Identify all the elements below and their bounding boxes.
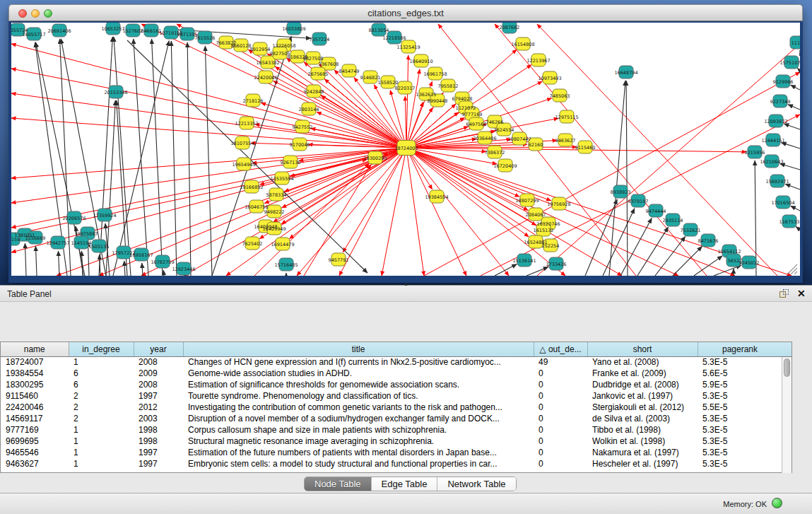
graph-node-label: 15716485 — [274, 262, 298, 268]
table-cell: 5.9E-5 — [698, 379, 782, 390]
graph-node-label: 16914479 — [271, 242, 294, 247]
table-row[interactable]: 1872400712008Changes of HCN gene express… — [1, 356, 782, 368]
table-cell: 1997 — [134, 447, 183, 458]
memory-status-indicator[interactable] — [772, 498, 782, 508]
tab-node-table[interactable]: Node Table — [305, 477, 372, 491]
graph-node-label: 16409949 — [262, 226, 286, 232]
graph-node-label: 8454749 — [339, 69, 360, 74]
graph-node-label: 12093872 — [764, 119, 787, 124]
graph-node-label: 9242848 — [304, 89, 324, 95]
table-cell: 18300295 — [1, 379, 69, 390]
table-cell: 2003 — [134, 413, 183, 424]
graph-node-label: 8215956 — [745, 150, 765, 156]
table-cell: 5.5E-5 — [698, 402, 782, 413]
graph-node-label: 5878334 — [266, 192, 287, 198]
table-cell: 2009 — [134, 368, 183, 379]
status-bar: Memory: OK — [0, 493, 812, 514]
node-attribute-table[interactable]: namein_degreeyeartitle△ out_de...shortpa… — [0, 341, 792, 473]
network-canvas[interactable]: 7663822866012889129541654338213226058982… — [11, 23, 800, 276]
window-titlebar[interactable]: citations_edges.txt — [8, 4, 803, 21]
graph-node-label: 15692971 — [765, 179, 789, 185]
table-cell: 2008 — [134, 379, 183, 390]
graph-node-label: 746266 — [486, 119, 504, 125]
table-row[interactable]: 2242004622012Investigating the contribut… — [1, 402, 782, 413]
resize-grip[interactable] — [787, 264, 797, 274]
table-cell: Embryonic stem cells: a model to study s… — [183, 458, 534, 469]
graph-node-label: 11325419 — [396, 45, 420, 50]
column-header-short[interactable]: short — [587, 342, 698, 356]
table-row[interactable]: 1456911722003Disruption of a novel membe… — [1, 413, 782, 424]
graph-node-label: 39159 — [11, 237, 20, 243]
graph-node-label: 3624554 — [494, 127, 514, 133]
table-row[interactable]: 977716911998Corpus callosum shape and si… — [1, 424, 782, 436]
graph-node-label: 8813054 — [369, 28, 389, 33]
table-row[interactable]: 911546021997Tourette syndrome. Phenomeno… — [1, 390, 782, 402]
node-table-body: 1872400712008Changes of HCN gene express… — [1, 356, 782, 469]
graph-node-label: 16961758 — [423, 71, 447, 77]
table-row[interactable]: 969969511998Structural magnetic resonanc… — [1, 436, 782, 447]
table-row[interactable]: 1830029562008Estimation of significance … — [1, 379, 782, 390]
graph-node-label: 16543382 — [256, 60, 279, 66]
table-cell: 5.3E-5 — [698, 458, 782, 469]
graph-node-label: 2935114 — [663, 218, 683, 223]
graph-node-label: 16154808 — [511, 42, 534, 47]
graph-node-label: 9427552 — [293, 124, 313, 130]
table-cell: 5.3E-5 — [698, 390, 782, 402]
table-cell: 0 — [534, 390, 587, 402]
table-row[interactable]: 946554611997Estimation of the future num… — [1, 447, 782, 458]
table-cell: Wolkin et al. (1998) — [587, 436, 698, 447]
graph-node-label: 16782759 — [151, 259, 174, 265]
graph-node-label: 16648794 — [614, 70, 637, 76]
table-row[interactable]: 946362711997Embryonic stem cells: a mode… — [1, 458, 782, 469]
graph-node-label: 7625402 — [242, 241, 263, 247]
table-cell: 1997 — [134, 458, 183, 469]
graph-node-label: 1558520 — [378, 80, 399, 86]
column-header-year[interactable]: year — [134, 342, 183, 356]
column-header-pagerank[interactable]: pagerank — [698, 342, 782, 356]
graph-node-label: 16033809 — [282, 26, 305, 32]
table-cell: 6 — [69, 379, 134, 390]
graph-node-label: 6466161 — [141, 28, 162, 34]
split-pane-handle[interactable]: ▲ — [404, 281, 408, 286]
graph-node-label: 5652 — [728, 258, 740, 264]
table-row[interactable]: 1938455462009Genome-wide association stu… — [1, 368, 782, 379]
table-cell: 2 — [69, 390, 134, 402]
table-panel-body: f(x) citations_edges.txt ▲▼ namein_degre… — [0, 303, 812, 493]
tab-edge-table[interactable]: Edge Table — [372, 477, 438, 491]
graph-node-label: 7532621 — [681, 228, 701, 233]
table-header-corner — [782, 342, 792, 357]
table-cell: Investigating the contribution of common… — [183, 402, 534, 413]
table-cell: 1 — [69, 436, 134, 447]
graph-node-label: 13535594 — [270, 176, 293, 182]
scrollbar-thumb[interactable] — [784, 358, 790, 377]
column-header-name[interactable]: name — [1, 342, 69, 356]
table-cell: 14569117 — [1, 413, 69, 424]
node-layer[interactable]: 7663822866012889129541654338213226058982… — [11, 23, 800, 275]
graph-node-label: 1112 — [792, 40, 800, 46]
graph-node-label: 9457791 — [329, 257, 349, 263]
table-vertical-scrollbar[interactable] — [782, 357, 792, 473]
close-panel-icon[interactable]: ✕ — [797, 288, 806, 299]
table-cell: 5.3E-5 — [698, 413, 782, 424]
table-cell: Jankovic et al. (1997) — [587, 390, 698, 402]
column-header-title[interactable]: title — [183, 342, 534, 356]
table-cell: Estimation of the future numbers of pati… — [183, 447, 534, 458]
graph-node-label: 20153346 — [104, 90, 127, 95]
table-cell: 9777169 — [1, 424, 69, 436]
column-header-out_degree[interactable]: △ out_de... — [534, 342, 587, 356]
table-cell: 5.3E-5 — [698, 424, 782, 436]
table-cell: 0 — [534, 368, 587, 379]
table-cell: 2 — [69, 413, 134, 424]
graph-node-label: 10653257 — [101, 26, 124, 32]
table-cell: 9465546 — [1, 447, 69, 458]
tab-network-table[interactable]: Network Table — [437, 477, 515, 491]
graph-node-label: 7615526 — [195, 35, 216, 41]
graph-node-label: 20691406 — [47, 28, 71, 34]
float-window-icon[interactable] — [779, 289, 789, 299]
graph-node-label: 10807447 — [507, 136, 531, 142]
graph-node-label: 1167533 — [779, 219, 800, 225]
graph-node-label: 18300295 — [363, 156, 387, 161]
graph-node-label: 13226058 — [272, 43, 295, 49]
column-header-in_degree[interactable]: in_degree — [69, 342, 134, 356]
network-view-window[interactable]: citations_edges.txt 76638228660128891295… — [8, 4, 803, 283]
